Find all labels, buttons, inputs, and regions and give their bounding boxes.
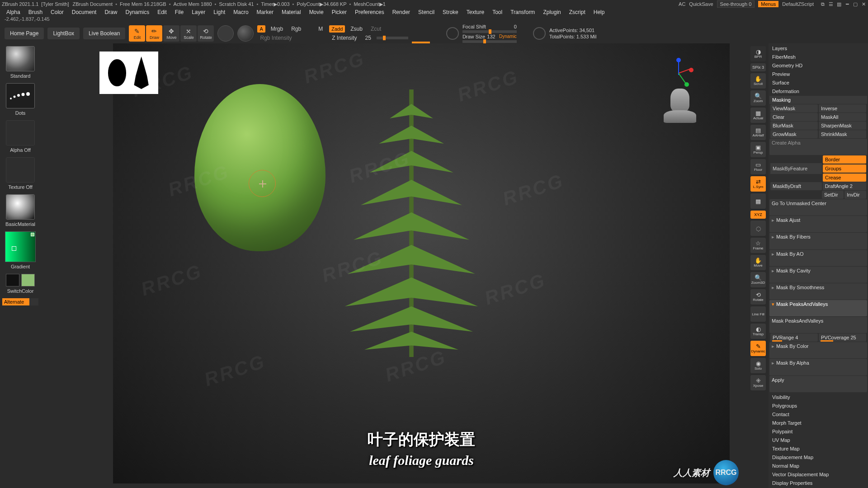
growmask-button[interactable]: GrowMask [770, 130, 818, 138]
menu-light[interactable]: Light [213, 9, 225, 15]
alpha-thumb[interactable] [6, 120, 35, 145]
pvcoverage-slider[interactable]: PVCoverage 25 [819, 333, 866, 342]
stroke-thumb[interactable] [6, 83, 35, 108]
mask-fibers-button[interactable]: ▸Mask By Fibers [769, 233, 867, 249]
mask-ao-button[interactable]: ▸Mask By AO [769, 250, 867, 266]
axis-gizmo[interactable] [663, 57, 694, 89]
draftangle-slider[interactable]: DraftAngle 2 [823, 182, 866, 190]
layout-icon[interactable]: ⧉ [820, 1, 826, 7]
actual-button[interactable]: ▦Actual [750, 108, 766, 123]
swatch-primary[interactable] [21, 274, 35, 286]
menu-material[interactable]: Material [282, 9, 301, 15]
live-boolean-button[interactable]: Live Boolean [83, 28, 125, 39]
viewmask-button[interactable]: ViewMask [770, 104, 818, 113]
color-picker[interactable] [5, 231, 36, 262]
menu-file[interactable]: File [175, 9, 184, 15]
mask-color-button[interactable]: ▸Mask By Color [769, 342, 867, 358]
blurmask-button[interactable]: BlurMask [770, 122, 818, 130]
swatch-secondary[interactable] [6, 274, 19, 286]
bpr-button[interactable]: ◑BPR [750, 46, 766, 61]
chan-mrgb[interactable]: Mrgb [268, 25, 286, 33]
chan-zsub[interactable]: Zsub [348, 25, 365, 33]
menu-alpha[interactable]: Alpha [6, 9, 20, 15]
goto-unmasked-button[interactable]: Go To Unmasked Center [769, 199, 867, 216]
section-vdmap[interactable]: Vector Displacement Map [769, 470, 867, 479]
section-polygroups[interactable]: Polygroups [769, 402, 867, 410]
section-deformation[interactable]: Deformation [769, 87, 867, 95]
texture-thumb[interactable] [6, 157, 35, 183]
lightbox-button[interactable]: LightBox [47, 28, 80, 39]
createalpha-button[interactable]: Create Alpha [769, 139, 867, 155]
menu-movie[interactable]: Movie [309, 9, 324, 15]
frame-button[interactable]: ☆Frame [750, 238, 766, 253]
z-intensity-slider[interactable] [377, 37, 408, 39]
mask-peaksvalleys-header[interactable]: ▾Mask PeaksAndValleys [769, 300, 867, 316]
section-layers[interactable]: Layers [769, 44, 867, 52]
section-geometryhd[interactable]: Geometry HD [769, 61, 867, 70]
linefill-button[interactable]: Line Fill [750, 306, 766, 322]
menu-zscript[interactable]: Zscript [569, 9, 585, 15]
menu-transform[interactable]: Transform [510, 9, 535, 15]
menu-draw[interactable]: Draw [104, 9, 117, 15]
drawsize-slider[interactable] [462, 40, 517, 43]
rotate3d-button[interactable]: ⟲Rotate [750, 289, 766, 305]
menu-render[interactable]: Render [392, 9, 410, 15]
border-toggle[interactable]: Border [823, 155, 866, 164]
menu-brush[interactable]: Brush [28, 9, 42, 15]
persp-button[interactable]: ▣Persp [750, 142, 766, 157]
gizmo-button[interactable] [217, 25, 234, 42]
quicksave-button[interactable]: QuickSave [689, 1, 713, 7]
aahalf-button[interactable]: ▤AAHalf [750, 125, 766, 140]
spix-button[interactable]: SPix 3 [750, 63, 766, 71]
groups-toggle[interactable]: Groups [823, 164, 866, 173]
home-page-button[interactable]: Home Page [5, 28, 44, 39]
inverse-button[interactable]: Inverse [819, 104, 866, 113]
cam-head-icon[interactable] [662, 89, 698, 134]
menu-tool[interactable]: Tool [492, 9, 502, 15]
menus-toggle[interactable]: Menus [758, 1, 778, 7]
spotlight-reference[interactable] [99, 52, 158, 94]
section-texturemap[interactable]: Texture Map [769, 445, 867, 453]
section-dispmap[interactable]: Displacement Map [769, 453, 867, 461]
close-icon[interactable]: ✕ [861, 1, 866, 7]
apply-button[interactable]: Apply [769, 376, 867, 392]
edit-mode-button[interactable]: ✎Edit [129, 25, 145, 42]
menu-dynamics[interactable]: Dynamics [125, 9, 149, 15]
section-masking[interactable]: Masking [769, 96, 867, 104]
menu-document[interactable]: Document [72, 9, 97, 15]
menu-texture[interactable]: Texture [467, 9, 484, 15]
maskbyfeature-button[interactable]: MaskByFeature [770, 163, 822, 174]
info-knob[interactable] [533, 27, 546, 40]
lasso-button[interactable]: ◌ [750, 221, 766, 236]
section-contact[interactable]: Contact [769, 410, 867, 418]
section-surface[interactable]: Surface [769, 79, 867, 87]
menu-marker[interactable]: Marker [257, 9, 274, 15]
mask-adjust-button[interactable]: ▸Mask Ajust [769, 216, 867, 232]
clear-button[interactable]: Clear [770, 113, 818, 121]
move3d-button[interactable]: ✋Move [750, 255, 766, 270]
transp-button[interactable]: ◐Transp [750, 324, 766, 339]
menu-zplugin[interactable]: Zplugin [543, 9, 561, 15]
maximize-icon[interactable]: ▢ [853, 1, 858, 7]
seethrough-slider[interactable]: See-through 0 [717, 0, 755, 8]
layout3-icon[interactable]: ▥ [836, 1, 842, 7]
section-visibility[interactable]: Visibility [769, 393, 867, 401]
draw-mode-button[interactable]: ✏Draw [146, 25, 162, 42]
mask-alpha-button[interactable]: ▸Mask By Alpha [769, 359, 867, 375]
mask-cavity-button[interactable]: ▸Mask By Cavity [769, 267, 867, 283]
switchcolor-button[interactable]: SwitchColor [7, 288, 34, 294]
mask-peaksvalleys-button[interactable]: Mask PeaksAndValleys [769, 317, 867, 333]
move-mode-button[interactable]: ✥Move [163, 25, 179, 42]
section-fibermesh[interactable]: FiberMesh [769, 53, 867, 61]
solo-button[interactable]: ◉Solo [750, 358, 766, 373]
sculptris-button[interactable] [237, 25, 254, 42]
section-displayprops[interactable]: Display Properties [769, 479, 867, 487]
chan-zcut[interactable]: Zcut [368, 25, 384, 33]
menu-color[interactable]: Color [51, 9, 64, 15]
scroll-button[interactable]: ✋Scroll [750, 73, 766, 89]
section-normalmap[interactable]: Normal Map [769, 462, 867, 470]
default-zscript[interactable]: DefaultZScript [782, 1, 814, 7]
shrinkmask-button[interactable]: ShrinkMask [819, 130, 866, 138]
menu-edit[interactable]: Edit [157, 9, 167, 15]
alternate-button[interactable]: Alternate [2, 298, 38, 305]
